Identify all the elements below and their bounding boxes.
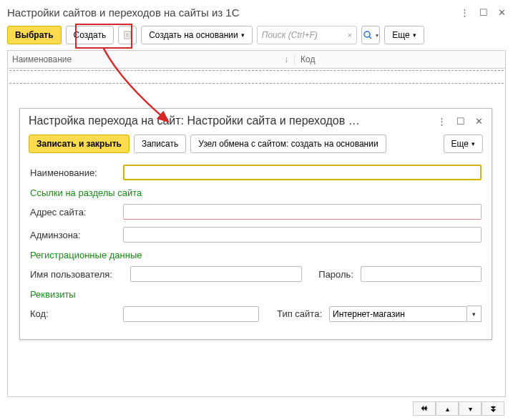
maximize-icon[interactable]: ☐ xyxy=(456,116,465,127)
dropdown-button[interactable]: ▾ xyxy=(467,306,482,322)
adminzone-label: Админзона: xyxy=(30,230,116,240)
links-section-header: Ссылки на разделы сайта xyxy=(30,187,482,198)
nav-first-button[interactable]: ⯬ xyxy=(413,401,436,416)
chevron-down-icon: ▾ xyxy=(469,405,472,413)
password-label: Пароль: xyxy=(309,269,353,280)
create-button[interactable]: Создать xyxy=(66,26,114,44)
save-button[interactable]: Записать xyxy=(134,135,186,153)
dialog-more-button[interactable]: Еще ▾ xyxy=(444,135,483,153)
double-chevron-up-icon: ⯬ xyxy=(421,405,428,413)
clear-icon[interactable]: × xyxy=(348,31,352,39)
site-addr-input[interactable] xyxy=(123,204,482,220)
name-input[interactable] xyxy=(123,165,482,180)
kebab-menu-icon[interactable]: ⋮ xyxy=(437,116,446,127)
site-type-select[interactable] xyxy=(329,306,467,322)
chevron-down-icon: ▾ xyxy=(472,140,475,147)
code-label: Код: xyxy=(30,308,116,319)
svg-line-2 xyxy=(369,36,371,39)
select-button[interactable]: Выбрать xyxy=(7,26,62,44)
site-addr-label: Адрес сайта: xyxy=(30,207,116,218)
chevron-down-icon: ▾ xyxy=(241,31,245,39)
kebab-menu-icon[interactable]: ⋮ xyxy=(460,7,469,18)
search-button[interactable]: ▾ xyxy=(361,26,380,44)
column-header-name[interactable]: Наименование ↓ xyxy=(12,54,295,64)
maximize-icon[interactable]: ☐ xyxy=(479,7,488,18)
window-title: Настройки сайтов и переходов на сайты из… xyxy=(7,6,460,19)
magnifier-icon xyxy=(363,30,373,40)
search-input[interactable] xyxy=(262,30,348,40)
password-input[interactable] xyxy=(361,266,482,282)
list-table: Наименование ↓ Код Настройка перехода на… xyxy=(7,50,506,397)
column-header-code[interactable]: Код xyxy=(295,54,315,64)
nav-last-button[interactable]: ⯯ xyxy=(482,401,504,416)
node-based-button[interactable]: Узел обмена с сайтом: создать на основан… xyxy=(190,135,386,153)
empty-row xyxy=(9,70,504,84)
chevron-down-icon: ▾ xyxy=(472,311,476,318)
adminzone-input[interactable] xyxy=(123,227,482,243)
chevron-down-icon: ▾ xyxy=(413,31,416,39)
site-type-label: Тип сайта: xyxy=(266,308,322,319)
footer-nav: ⯬ ▴ ▾ ⯯ xyxy=(413,401,504,416)
document-icon xyxy=(122,30,132,40)
create-based-button[interactable]: Создать на основании ▾ xyxy=(141,26,253,44)
save-close-button[interactable]: Записать и закрыть xyxy=(29,135,130,153)
username-label: Имя пользователя: xyxy=(30,269,123,280)
name-label: Наименование: xyxy=(30,167,116,178)
double-chevron-down-icon: ⯯ xyxy=(489,405,497,413)
search-field[interactable]: × xyxy=(257,26,357,44)
more-button[interactable]: Еще ▾ xyxy=(384,26,424,44)
close-icon[interactable]: ✕ xyxy=(475,116,483,127)
props-section-header: Реквизиты xyxy=(30,289,482,300)
sort-arrow-icon: ↓ xyxy=(284,54,288,64)
edit-dialog: Настройка перехода на сайт: Настройки са… xyxy=(19,108,492,340)
nav-down-button[interactable]: ▾ xyxy=(459,401,482,416)
close-icon[interactable]: ✕ xyxy=(498,7,506,18)
chevron-down-icon: ▾ xyxy=(376,32,378,39)
code-input[interactable] xyxy=(123,306,259,322)
username-input[interactable] xyxy=(130,266,302,282)
dialog-title: Настройка перехода на сайт: Настройки са… xyxy=(29,114,437,127)
reg-section-header: Регистрационные данные xyxy=(30,250,482,260)
svg-point-1 xyxy=(364,31,370,37)
copy-button[interactable] xyxy=(118,26,137,44)
nav-up-button[interactable]: ▴ xyxy=(436,401,459,416)
chevron-up-icon: ▴ xyxy=(446,405,449,413)
